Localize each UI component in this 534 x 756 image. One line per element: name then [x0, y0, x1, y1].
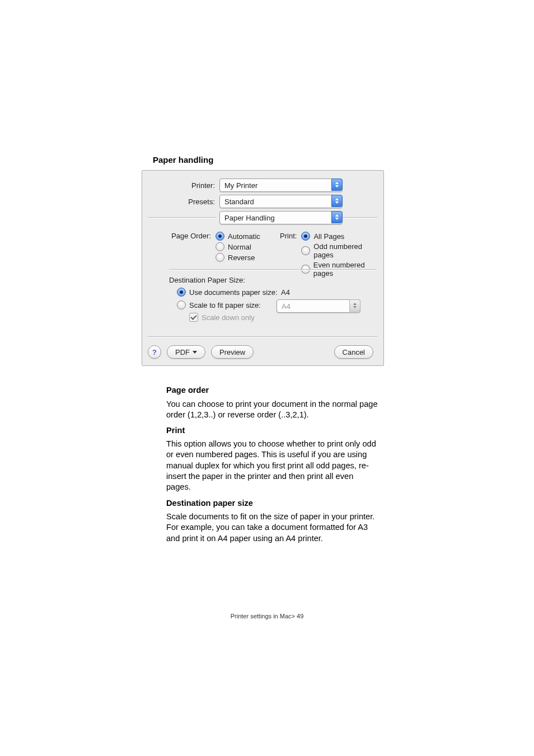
print-heading: Print — [166, 425, 380, 436]
page-order-heading: Page order — [166, 385, 380, 396]
presets-select-value: Standard — [224, 198, 254, 206]
radio-icon — [177, 300, 186, 309]
radio-label: All Pages — [313, 232, 344, 241]
page-order-reverse-radio[interactable]: Reverse — [216, 253, 260, 262]
presets-label: Presets: — [142, 198, 215, 206]
page-order-paragraph: You can choose to print your document in… — [166, 399, 380, 421]
checkbox-checked-icon — [189, 313, 198, 322]
page-order-normal-radio[interactable]: Normal — [216, 242, 260, 251]
print-paragraph: This option allows you to choose whether… — [166, 439, 380, 492]
radio-icon — [216, 242, 224, 251]
button-label: Cancel — [343, 348, 365, 356]
updown-arrows-icon — [331, 195, 343, 207]
radio-label: Use documents paper size: A4 — [189, 288, 290, 297]
preview-button[interactable]: Preview — [211, 345, 254, 359]
page-footer: Printer settings in Mac> 49 — [0, 613, 534, 619]
radio-label: Odd numbered pages — [313, 242, 383, 259]
pdf-menu-button[interactable]: PDF — [167, 345, 205, 359]
cancel-button[interactable]: Cancel — [334, 345, 373, 359]
radio-label: Reverse — [228, 253, 255, 262]
print-label: Print: — [277, 232, 297, 279]
print-dialog: Printer: My Printer Presets: Standard Pa… — [142, 170, 384, 366]
panel-select-value: Paper Handling — [224, 214, 275, 222]
presets-select[interactable]: Standard — [219, 195, 343, 208]
help-button[interactable]: ? — [148, 345, 161, 359]
printer-select-value: My Printer — [224, 181, 257, 190]
radio-label: Scale to fit paper size: — [189, 301, 261, 309]
printer-select[interactable]: My Printer — [219, 179, 343, 192]
page-order-automatic-radio[interactable]: Automatic — [216, 232, 260, 241]
radio-label: Automatic — [228, 232, 260, 241]
updown-arrows-icon — [331, 211, 343, 223]
radio-selected-icon — [177, 288, 186, 297]
scale-down-only-checkbox: Scale down only — [189, 313, 255, 322]
use-doc-paper-size-radio[interactable]: Use documents paper size: A4 — [177, 288, 290, 297]
printer-label: Printer: — [142, 181, 215, 190]
print-odd-pages-radio[interactable]: Odd numbered pages — [301, 242, 383, 259]
help-icon: ? — [152, 348, 157, 356]
scale-paper-size-value: A4 — [282, 302, 291, 311]
destination-paragraph: Scale documents to fit on the size of pa… — [166, 511, 380, 544]
updown-arrows-icon — [331, 179, 343, 191]
updown-arrows-icon — [349, 299, 360, 312]
destination-paper-size-label: Destination Paper Size: — [169, 276, 245, 284]
scale-to-fit-radio[interactable]: Scale to fit paper size: — [177, 300, 261, 309]
button-label: PDF — [175, 348, 190, 356]
checkbox-label: Scale down only — [202, 313, 255, 322]
button-label: Preview — [219, 348, 245, 356]
radio-icon — [301, 246, 310, 255]
scale-paper-size-select: A4 — [277, 299, 360, 313]
panel-select[interactable]: Paper Handling — [219, 211, 343, 224]
page-order-label: Page Order: — [169, 232, 211, 264]
radio-label: Normal — [228, 243, 251, 251]
chevron-down-icon — [193, 351, 197, 354]
radio-selected-icon — [216, 232, 224, 241]
radio-icon — [216, 253, 224, 262]
destination-heading: Destination paper size — [166, 498, 380, 509]
section-heading: Paper handling — [153, 155, 213, 165]
radio-selected-icon — [301, 232, 310, 241]
print-all-pages-radio[interactable]: All Pages — [301, 232, 383, 241]
